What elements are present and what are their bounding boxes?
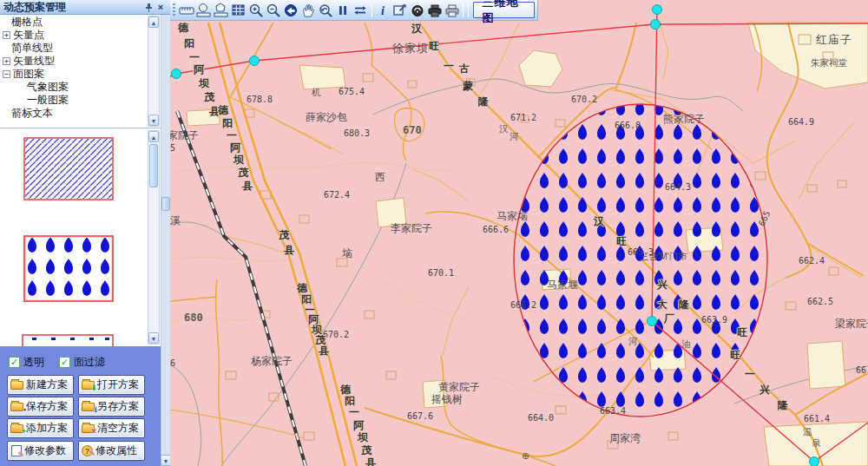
toolbar-separator [372,3,372,17]
panel-outer-scrollbar[interactable]: ▼ [161,15,170,466]
plan-handle[interactable] [172,69,181,79]
zoom-out-icon[interactable] [266,2,282,19]
new-plan-icon [10,381,23,390]
toolbar-separator [468,3,469,17]
scroll-up-icon[interactable]: ▲ [148,131,159,142]
refresh-icon[interactable] [352,2,369,19]
snapshot-icon[interactable] [410,2,426,19]
expand-icon[interactable]: + [3,57,10,65]
button-label: 修改属性 [95,443,137,458]
scroll-down-icon[interactable]: ▼ [148,332,159,344]
scroll-down-icon[interactable]: ▼ [148,115,159,126]
plan-handle[interactable] [653,5,662,15]
edit-props-icon: ?✎ [82,445,93,456]
checkbox-透明[interactable]: ✓透明 [9,355,44,370]
checkbox-label: 透明 [23,355,44,370]
pattern-swatch-partial[interactable] [22,334,114,346]
map-3d-button[interactable]: 三维地图 [473,2,535,18]
清空方案-button[interactable]: ✕清空方案 [78,418,145,438]
svg-text:i: i [381,4,385,17]
badge-glyph: ✎ [17,450,24,459]
tree-item-矢量点[interactable]: +矢量点 [0,29,148,42]
badge-glyph: + [22,427,26,436]
pause-icon[interactable] [335,2,352,19]
pattern-list: ▲ ▼ [0,128,148,346]
plan-handle[interactable] [250,56,260,66]
tree-item-面图案[interactable]: −面图案 [0,68,148,81]
scroll-up-icon[interactable]: ▲ [148,16,159,28]
toolbar-separator [463,3,464,17]
tree-item-箭标文本[interactable]: 箭标文本 [0,107,148,120]
tree-item-简单线型[interactable]: 简单线型 [0,42,148,55]
修改参数-button[interactable]: ✎修改参数 [7,441,74,461]
checkbox-label: 面过滤 [74,355,105,370]
pin-icon[interactable] [142,2,155,13]
map-toolbar: i 三维地图 [170,0,538,21]
pattern-swatch-hatch[interactable] [23,137,114,200]
打开方案-button[interactable]: ⬇打开方案 [78,375,145,395]
tree-item-label: 箭标文本 [11,106,53,121]
badge-glyph: ✕ [90,427,97,436]
plan-controls-panel: ✓透明✓面过滤新建方案⬇打开方案▪保存方案ℹ另存方案+添加方案✕清空方案✎修改参… [0,346,161,466]
scrollbar-thumb[interactable] [149,144,158,187]
保存方案-button[interactable]: ▪保存方案 [7,397,74,417]
collapse-icon[interactable]: − [3,70,10,78]
panel-title: 动态预案管理 [3,0,142,15]
scrollbar-thumb[interactable] [161,197,170,211]
新建方案-button[interactable]: 新建方案 [7,375,74,395]
button-label: 添加方案 [26,421,68,436]
measure-circle-icon[interactable] [196,2,213,19]
badge-glyph: ℹ [95,405,97,414]
checkbox-box[interactable]: ✓ [59,357,70,368]
grid-icon[interactable] [231,2,247,19]
print-icon[interactable] [444,2,460,19]
pan-hand-icon[interactable] [300,2,317,19]
print-dark-icon[interactable] [427,2,444,19]
edit-params-icon: ✎ [11,445,22,456]
button-label: 新建方案 [26,377,68,392]
checkbox-box[interactable]: ✓ [9,357,20,368]
tree-item-气象图案[interactable]: 气象图案 [0,81,148,94]
tree-item-矢量线型[interactable]: +矢量线型 [0,55,148,68]
expand-icon[interactable]: + [3,31,10,39]
plan-manager-panel: 动态预案管理 × 栅格点+矢量点简单线型+矢量线型−面图案气象图案一般图案箭标文… [0,0,170,466]
measure-polygon-icon[interactable] [214,2,230,19]
修改属性-button[interactable]: ?✎修改属性 [78,441,145,461]
button-label: 打开方案 [97,377,139,392]
map-viewport[interactable]: 675.4680.3678.8672.4670.2671.2670.2666.8… [170,0,868,466]
export-icon[interactable] [392,2,409,19]
button-label: 清空方案 [97,421,139,436]
tree-item-一般图案[interactable]: 一般图案 [0,94,148,107]
application-window: 动态预案管理 × 栅格点+矢量点简单线型+矢量线型−面图案气象图案一般图案箭标文… [0,0,868,466]
panel-header: 动态预案管理 × [0,0,170,15]
tree-item-栅格点[interactable]: 栅格点 [0,16,148,29]
button-label: 修改参数 [24,443,66,458]
open-plan-icon: ⬇ [82,381,95,390]
clear-plan-icon: ✕ [82,424,95,433]
close-icon[interactable]: × [155,2,167,13]
button-label: 另存方案 [97,399,139,414]
measure-ruler-icon[interactable] [179,2,195,19]
checkbox-面过滤[interactable]: ✓面过滤 [59,355,105,370]
tree-scrollbar[interactable]: ▲ ▼ [148,16,160,127]
zoom-previous-icon[interactable] [318,2,334,19]
badge-glyph: ✎ [89,449,95,459]
pattern-scrollbar[interactable]: ▲ ▼ [148,130,160,345]
info-icon[interactable]: i [375,2,391,19]
overview-globe-icon[interactable] [283,2,299,19]
另存方案-button[interactable]: ℹ另存方案 [78,397,145,417]
plan-handle[interactable] [810,457,819,466]
saveas-plan-icon: ℹ [82,403,95,411]
plan-handle[interactable] [651,20,661,30]
save-plan-icon: ▪ [10,403,23,411]
plan-handle[interactable] [648,317,657,326]
hazard-area-ellipse[interactable] [514,104,767,417]
zoom-in-icon[interactable] [248,2,265,19]
button-label: 保存方案 [26,399,68,414]
grip-handle[interactable] [173,3,175,17]
badge-glyph: ▪ [23,405,26,414]
add-plan-icon: + [10,424,23,433]
map-canvas[interactable] [170,0,868,466]
添加方案-button[interactable]: +添加方案 [7,418,74,438]
pattern-swatch-drops[interactable] [23,235,114,302]
